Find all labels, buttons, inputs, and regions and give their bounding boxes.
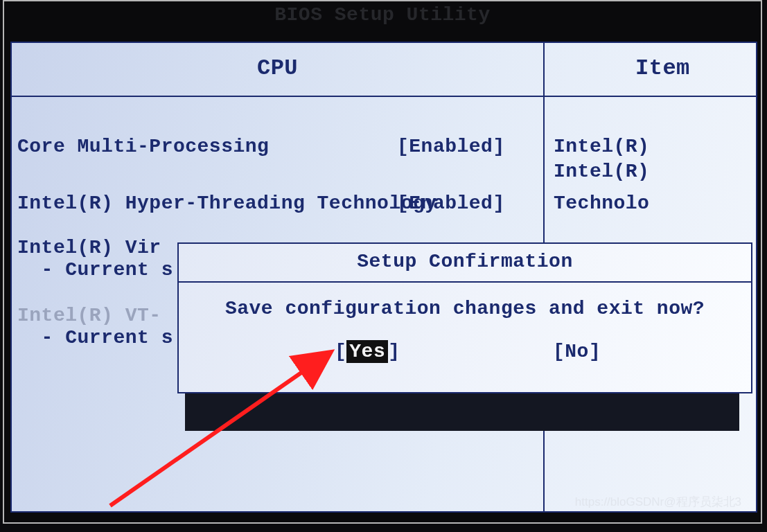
setting-hyperthreading-value[interactable]: [Enabled]	[397, 193, 505, 214]
no-button[interactable]: [No]	[553, 341, 601, 362]
help-line-2: Intel(R)	[554, 161, 649, 182]
header-item: Item	[635, 55, 690, 81]
photo-frame: BIOS Setup Utility CPU Item Core Multi-P…	[3, 0, 762, 524]
bios-screen: CPU Item Core Multi-Processing [Enabled]…	[10, 42, 757, 513]
watermark-text: https://bloGSDNr@程序员柒北3	[575, 494, 741, 510]
help-line-1: Intel(R)	[554, 136, 649, 157]
setting-hyperthreading[interactable]: Intel(R) Hyper-Threading Technology	[17, 193, 437, 214]
yes-button-label: Yes	[346, 340, 388, 363]
help-line-3: Technolo	[554, 193, 649, 214]
dialog-separator	[179, 281, 751, 283]
setting-vt-sub: - Current s	[17, 327, 173, 348]
dialog-title: Setup Confirmation	[179, 251, 751, 272]
dialog-message: Save configuration changes and exit now?	[179, 298, 751, 319]
setting-virtualization-sub: - Current s	[17, 259, 173, 281]
yes-button[interactable]: [Yes]	[335, 341, 400, 362]
yes-open-bracket: [	[335, 341, 346, 362]
setting-core-mp-value[interactable]: [Enabled]	[397, 136, 505, 157]
setting-core-mp[interactable]: Core Multi-Processing	[17, 136, 269, 157]
confirmation-dialog: Setup Confirmation Save configuration ch…	[177, 242, 752, 393]
setting-virtualization[interactable]: Intel(R) Vir	[17, 237, 161, 258]
header-cpu: CPU	[12, 55, 543, 81]
yes-close-bracket: ]	[388, 341, 400, 362]
bios-header: CPU Item	[12, 43, 756, 97]
utility-title: BIOS Setup Utility	[4, 4, 761, 26]
setting-vt: Intel(R) VT-	[17, 305, 161, 326]
